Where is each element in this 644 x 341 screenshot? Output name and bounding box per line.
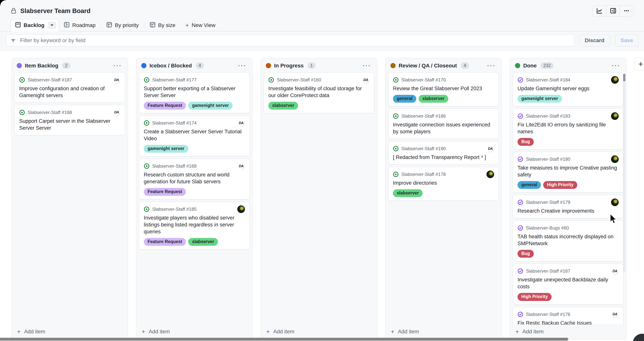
assignee-avatar: DA <box>486 145 494 152</box>
card-slabserver-staff-180[interactable]: Slabserver-Staff #180Take measures to im… <box>513 152 624 193</box>
card-slabserver-staff-168[interactable]: Slabserver-Staff #168DAResearch custom s… <box>139 159 250 199</box>
card-slabserver-staff-167[interactable]: Slabserver-Staff #167DAInvestigate unexp… <box>513 264 624 305</box>
tab-label: Roadmap <box>72 22 96 28</box>
add-item-button[interactable]: +Add item <box>136 325 252 339</box>
card-labels: generalHigh Priority <box>518 181 619 189</box>
card-labels: High Priority <box>518 293 619 301</box>
new-view-button[interactable]: + New View <box>180 19 220 31</box>
card-title: Improve configuration and creation of Ga… <box>19 85 120 99</box>
card-header: Slabserver-Staff #177 <box>144 76 245 84</box>
tab-roadmap[interactable]: Roadmap <box>59 19 100 31</box>
app-header: Slabserver Team Board Backlog Roadmap <box>0 0 644 31</box>
card-header: Slabserver-Staff #190DA <box>393 145 494 152</box>
card-header: Slabserver-Staff #187DA <box>19 76 120 84</box>
tab-by-size[interactable]: By size <box>145 19 180 31</box>
assignee-avatar <box>237 205 245 213</box>
issue-open-icon <box>393 146 399 152</box>
card-slabserver-staff-179[interactable]: Slabserver-Staff #179Research Creative i… <box>513 195 624 218</box>
add-column-button[interactable]: + <box>634 58 644 70</box>
column-count-badge: 4 <box>461 62 469 69</box>
card-header: Slabserver-Staff #178 <box>393 170 494 178</box>
column-more-options-icon[interactable]: ··· <box>486 62 496 69</box>
side-panel-icon <box>610 8 616 14</box>
card-issue-ref: Slabserver-Staff #170 <box>401 77 446 83</box>
card-slabserver-staff-188[interactable]: Slabserver-Staff #188DASupport Carpet se… <box>14 105 125 135</box>
card-slabserver-staff-190[interactable]: Slabserver-Staff #190DA[ Redacted from T… <box>388 141 499 165</box>
tab-backlog[interactable]: Backlog <box>11 19 59 31</box>
card-slabserver-staff-187[interactable]: Slabserver-Staff #187DAImprove configura… <box>14 72 125 103</box>
card-slabserver-staff-184[interactable]: Slabserver-Staff #184Update Gamenight se… <box>513 72 624 106</box>
filter-input-wrap <box>6 34 574 46</box>
add-item-button[interactable]: +Add item <box>261 325 377 339</box>
label-slabserver: slabserver <box>393 189 423 197</box>
side-panel-button[interactable] <box>606 5 620 16</box>
assignee-avatar: DA <box>237 119 245 127</box>
view-tabs: Backlog Roadmap By priority By size + Ne… <box>0 17 644 31</box>
card-slabserver-staff-183[interactable]: Slabserver-Staff #183Fix Lite2Edit IO er… <box>513 109 624 149</box>
card-slabserver-staff-174[interactable]: Slabserver-Staff #174DACreate a Slabserv… <box>139 115 250 156</box>
column-cards: Slabserver-Staff #187DAImprove configura… <box>12 72 128 325</box>
card-labels: Bug <box>518 250 619 258</box>
column-more-options-icon[interactable]: ··· <box>611 62 621 69</box>
column-scrollbar-thumb[interactable] <box>623 74 626 81</box>
card-slabserver-staff-177[interactable]: Slabserver-Staff #177Support better expo… <box>139 72 250 113</box>
column-status-dot <box>515 63 520 68</box>
add-item-button[interactable]: +Add item <box>386 325 502 339</box>
title-row: Slabserver Team Board <box>0 4 644 17</box>
card-title: Research custom structure and world gene… <box>144 171 245 185</box>
insights-button[interactable] <box>593 5 606 16</box>
label-high-priority: High Priority <box>518 293 552 301</box>
label-slabserver: slabserver <box>188 238 218 246</box>
card-issue-ref: Slabserver-Bugs #60 <box>526 225 569 231</box>
issue-closed-icon <box>518 312 523 317</box>
column-cards: Slabserver-Staff #160DAInvestigate feasi… <box>261 72 377 325</box>
card-slabserver-staff-185[interactable]: Slabserver-Staff #185Investigate players… <box>139 202 250 249</box>
add-item-button[interactable]: +Add item <box>12 325 128 339</box>
board-view-icon <box>15 22 21 29</box>
column-status-dot <box>17 63 22 68</box>
card-title: Update Gamenight server eggs <box>518 85 619 92</box>
horizontal-scrollbar[interactable] <box>0 338 568 341</box>
column-more-options-icon[interactable]: ··· <box>113 62 123 69</box>
column-more-options-icon[interactable]: ··· <box>237 62 248 69</box>
card-slabserver-bugs-60[interactable]: Slabserver-Bugs #60TAB health status inc… <box>513 221 624 261</box>
card-issue-ref: Slabserver-Staff #174 <box>152 120 197 126</box>
assignee-avatar <box>611 76 619 84</box>
discard-button[interactable]: Discard <box>579 34 610 46</box>
label-feature-request: Feature Request <box>144 188 186 196</box>
assignee-avatar: DA <box>611 267 619 275</box>
card-slabserver-staff-160[interactable]: Slabserver-Staff #160DAInvestigate feasi… <box>264 72 374 113</box>
card-header: Slabserver-Staff #167DA <box>518 267 619 275</box>
issue-open-icon <box>393 171 399 177</box>
tab-by-priority[interactable]: By priority <box>102 19 144 31</box>
issue-closed-icon <box>518 77 523 83</box>
card-slabserver-staff-176[interactable]: Slabserver-Staff #176DAFix Restic Backup… <box>513 307 624 325</box>
assignee-avatar: DA <box>237 162 245 170</box>
card-issue-ref: Slabserver-Staff #180 <box>526 157 570 162</box>
filter-input[interactable] <box>6 34 574 46</box>
column-done: Done232···Slabserver-Staff #184Update Ga… <box>510 58 626 340</box>
card-title: Review the Great Slabserver Poll 2023 <box>393 85 494 92</box>
card-slabserver-staff-170[interactable]: Slabserver-Staff #170Review the Great Sl… <box>388 72 499 106</box>
card-slabserver-staff-186[interactable]: Slabserver-Staff #186Investigate connect… <box>388 109 499 139</box>
add-item-label: Add item <box>24 329 46 335</box>
card-title: Research Creative improvements <box>518 208 619 215</box>
assignee-avatar <box>611 112 619 120</box>
issue-closed-icon <box>518 268 523 274</box>
column-header: Done232··· <box>510 58 626 72</box>
tab-label: Backlog <box>24 22 44 28</box>
more-options-button[interactable] <box>620 5 633 16</box>
assignee-avatar: DA <box>113 109 120 116</box>
table-view-icon <box>150 22 156 29</box>
card-header: Slabserver-Staff #170 <box>393 76 494 84</box>
save-button[interactable]: Save <box>615 34 639 46</box>
card-title: [ Redacted from Transparency Report ⁴ ] <box>393 154 494 161</box>
lock-icon <box>11 8 16 14</box>
add-item-button[interactable]: +Add item <box>510 325 626 339</box>
assignee-avatar: DA <box>362 76 370 84</box>
column-cards: Slabserver-Staff #184Update Gamenight se… <box>510 72 626 325</box>
card-slabserver-staff-178[interactable]: Slabserver-Staff #178Improve directories… <box>388 167 499 201</box>
view-options-caret-button[interactable] <box>48 22 56 29</box>
column-more-options-icon[interactable]: ··· <box>362 62 372 69</box>
column-header: Item Backlog2··· <box>12 58 128 72</box>
